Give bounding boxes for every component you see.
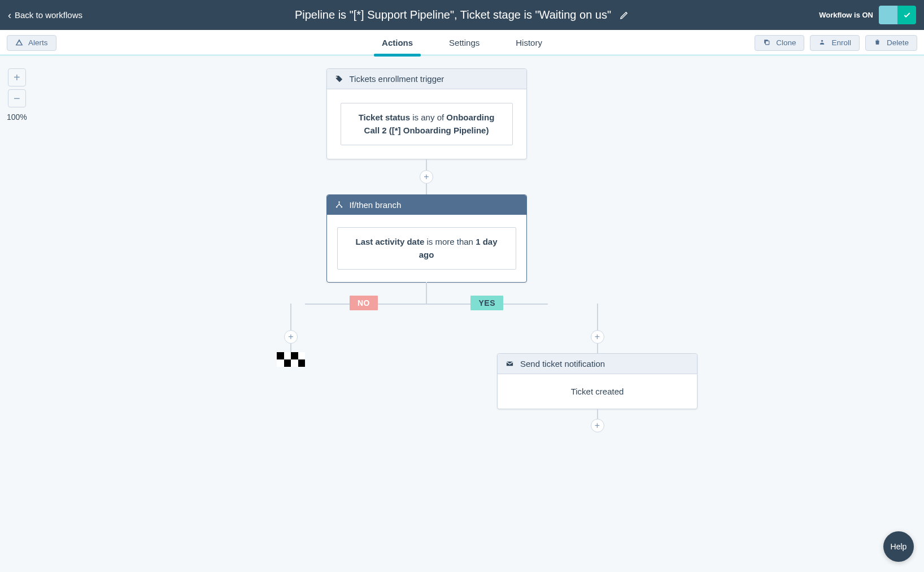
copy-icon	[763, 38, 772, 47]
notify-card-header: Send ticket notification	[498, 354, 697, 374]
flow-column: Tickets enrollment trigger Ticket status…	[229, 68, 624, 432]
tab-history[interactable]: History	[516, 30, 542, 55]
svg-point-2	[821, 40, 823, 41]
trigger-field: Ticket status	[359, 112, 410, 122]
branch-condition[interactable]: Last activity date is more than 1 day ag…	[337, 227, 516, 270]
sub-bar: Alerts Actions Settings History Clone En…	[0, 30, 924, 56]
delete-button[interactable]: Delete	[865, 35, 917, 51]
pencil-icon[interactable]	[619, 10, 629, 20]
trigger-operator: is any of	[412, 112, 444, 122]
toggle-off-segment	[879, 6, 897, 24]
alerts-label: Alerts	[28, 38, 48, 47]
enroll-button[interactable]: Enroll	[810, 35, 860, 51]
back-to-workflows-link[interactable]: ‹ Back to workflows	[8, 10, 82, 20]
branch-no-label: NO	[350, 296, 378, 310]
page-title: Pipeline is "[*] Support Pipeline", Tick…	[295, 8, 611, 21]
workflow-toggle[interactable]	[879, 6, 916, 24]
chevron-left-icon: ‹	[8, 10, 11, 20]
alerts-button[interactable]: Alerts	[7, 35, 56, 51]
notify-title: Send ticket notification	[520, 359, 605, 369]
clone-button[interactable]: Clone	[755, 35, 804, 51]
warning-icon	[15, 38, 24, 47]
add-step-no-button[interactable]: +	[284, 330, 298, 344]
trigger-condition[interactable]: Ticket status is any of Onboarding Call …	[341, 103, 513, 145]
clone-label: Clone	[776, 38, 796, 47]
tabs: Actions Settings History	[382, 30, 542, 55]
trigger-card-header: Tickets enrollment trigger	[327, 69, 526, 89]
trigger-card[interactable]: Tickets enrollment trigger Ticket status…	[326, 68, 527, 159]
branch-body: Last activity date is more than 1 day ag…	[327, 215, 526, 282]
top-header: ‹ Back to workflows Pipeline is "[*] Sup…	[0, 0, 924, 30]
trigger-body: Ticket status is any of Onboarding Call …	[327, 89, 526, 159]
trigger-title: Tickets enrollment trigger	[350, 74, 444, 84]
enroll-label: Enroll	[831, 38, 851, 47]
add-step-yes-button[interactable]: +	[591, 330, 604, 344]
trash-icon	[874, 38, 883, 47]
branch-yes-column: + Send ticket notification Ticket create…	[497, 304, 698, 432]
branch-columns: + + Send ticket notification	[229, 304, 624, 432]
tab-actions[interactable]: Actions	[382, 30, 413, 55]
connector-line	[426, 183, 427, 194]
connector-line	[597, 343, 598, 353]
branch-split: NO YES	[229, 282, 624, 310]
connector-line	[426, 159, 427, 171]
svg-point-5	[341, 206, 342, 208]
branch-operator: is more than	[426, 237, 473, 246]
branch-title: If/then branch	[350, 200, 402, 210]
zoom-out-button[interactable]: −	[8, 89, 26, 107]
enroll-icon	[818, 38, 827, 47]
end-flag-icon	[277, 352, 305, 367]
svg-rect-1	[766, 41, 770, 45]
check-icon	[897, 6, 916, 24]
delete-label: Delete	[887, 38, 909, 47]
branch-yes-label: YES	[470, 296, 503, 310]
back-label: Back to workflows	[15, 10, 82, 20]
branch-card-header: If/then branch	[327, 195, 526, 215]
svg-point-4	[335, 206, 337, 208]
notify-card[interactable]: Send ticket notification Ticket created	[497, 353, 698, 409]
branch-card[interactable]: If/then branch Last activity date is mor…	[326, 194, 527, 283]
workflow-canvas[interactable]: + − 100% Tickets enrollment trigger Tick…	[0, 56, 924, 572]
header-right: Workflow is ON	[819, 6, 916, 24]
connector-line	[597, 409, 598, 419]
notify-body: Ticket created	[498, 374, 697, 409]
branch-field: Last activity date	[356, 237, 425, 246]
svg-point-3	[338, 201, 340, 203]
branch-no-column: +	[229, 304, 305, 432]
page-title-wrap: Pipeline is "[*] Support Pipeline", Tick…	[295, 8, 629, 21]
add-step-button[interactable]: +	[420, 170, 433, 184]
zoom-level: 100%	[7, 112, 27, 122]
mail-icon	[505, 359, 515, 369]
help-label: Help	[891, 542, 907, 551]
workflow-status-label: Workflow is ON	[819, 11, 873, 19]
help-button[interactable]: Help	[883, 531, 914, 562]
tag-icon	[335, 75, 344, 84]
zoom-in-button[interactable]: +	[8, 68, 26, 86]
tab-settings[interactable]: Settings	[449, 30, 480, 55]
zoom-controls: + − 100%	[7, 68, 27, 122]
add-step-after-notify-button[interactable]: +	[591, 419, 604, 432]
branch-icon	[335, 201, 344, 210]
